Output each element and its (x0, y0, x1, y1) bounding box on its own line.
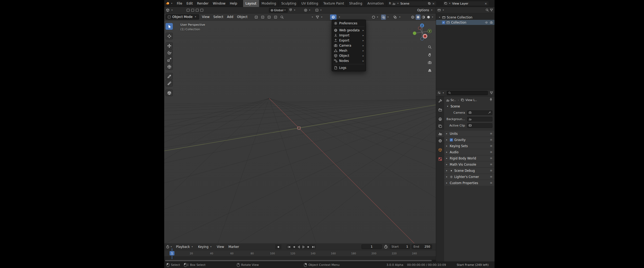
menu-file[interactable]: File (175, 0, 184, 7)
section-math-vis-console[interactable]: ▸Math Vis Console≡ (444, 162, 494, 167)
widget-1[interactable] (254, 14, 259, 20)
select-mode-new-icon[interactable] (186, 8, 190, 12)
properties-tab-object[interactable] (436, 146, 444, 154)
jump-to-start-button[interactable] (287, 244, 291, 249)
play-button[interactable] (301, 244, 306, 249)
menu-item-import[interactable]: Import▸ (332, 33, 366, 38)
tool-annotate[interactable] (166, 73, 173, 80)
section-units[interactable]: ▸Units≡ (444, 131, 494, 136)
mode-selector[interactable]: Object Mode ▾ (166, 14, 199, 20)
drag-grip-icon[interactable]: ≡ (490, 181, 492, 185)
properties-editor-icon[interactable] (437, 91, 441, 95)
menu-help[interactable]: Help (228, 0, 239, 7)
properties-tab-texture[interactable] (436, 155, 444, 163)
menu-item-mesh[interactable]: Mesh▸ (332, 48, 366, 53)
menu-item-web-geodata[interactable]: Web geodata▸ (332, 28, 366, 33)
drag-grip-icon[interactable]: ≡ (490, 138, 492, 142)
delete-view-layer-button[interactable]: × (484, 2, 488, 5)
outliner-row-collection[interactable]: ✓Collection (436, 20, 495, 25)
workspace-tab-sculpting[interactable]: Sculpting (279, 0, 299, 7)
delete-scene-button[interactable]: × (432, 2, 435, 5)
end-frame-field[interactable]: End 250 (412, 244, 432, 249)
section-gravity[interactable]: ▸✓Gravity≡ (444, 137, 494, 143)
snap-toggle[interactable]: ▾ (289, 8, 296, 13)
breadcrumb-item-0[interactable]: Sc.. (446, 98, 456, 102)
gis-dropdown[interactable]: ▾ (338, 16, 341, 18)
widget-4[interactable] (273, 14, 278, 20)
tool-scale[interactable] (166, 56, 173, 63)
properties-tab-render[interactable] (436, 106, 444, 114)
previous-keyframe-button[interactable] (291, 244, 296, 249)
breadcrumb-item-1[interactable]: View L.. (461, 98, 477, 102)
drag-grip-icon[interactable]: ≡ (490, 144, 492, 148)
3d-viewport[interactable]: Object Mode ▾ ViewSelectAddObject ▾▾▾▾▾▾… (164, 13, 436, 243)
playhead[interactable]: 1 (170, 251, 174, 255)
field-backgroun[interactable] (467, 117, 492, 121)
outliner-row-scene-collection[interactable]: ▾Scene Collection (436, 15, 495, 20)
workspace-tab-layout[interactable]: Layout (243, 0, 259, 7)
current-frame-field[interactable]: 1 (361, 244, 382, 249)
widget-3[interactable] (267, 14, 272, 20)
filter-dropdown[interactable]: ▾ (320, 16, 323, 18)
filter[interactable] (315, 14, 320, 20)
search-icon[interactable] (485, 8, 489, 12)
preview-range-icon[interactable] (384, 245, 388, 249)
timeline-scrollbar[interactable] (164, 260, 436, 262)
xray-dropdown[interactable]: ▾ (386, 16, 390, 18)
filter-icon[interactable] (490, 91, 493, 95)
proportional-falloff-toggle[interactable]: ▾ (315, 8, 323, 13)
overlays-dropdown[interactable]: ▾ (398, 16, 401, 18)
timeline-track[interactable] (164, 256, 436, 260)
drag-grip-icon[interactable]: ≡ (490, 132, 492, 135)
menu-item-nodes[interactable]: Nodes▸ (332, 58, 366, 63)
shading-material[interactable] (421, 14, 426, 20)
filter-icon[interactable] (490, 8, 493, 12)
workspace-tab-animation[interactable]: Animation (365, 0, 386, 7)
timeline-menu-marker[interactable]: Marker (226, 245, 241, 249)
start-frame-field[interactable]: Start 1 (390, 244, 410, 249)
tool-transform[interactable] (166, 63, 173, 70)
pan-button[interactable] (426, 51, 433, 58)
options-button[interactable]: Options ▾ (417, 8, 433, 13)
properties-search-input[interactable] (447, 91, 488, 95)
workspace-tab-modeling[interactable]: Modeling (259, 0, 279, 7)
transform-orientation-dropdown[interactable]: Global ▾ (269, 8, 288, 13)
viewport-menu-select[interactable]: Select (211, 15, 225, 19)
menu-edit[interactable]: Edit (184, 0, 195, 7)
timeline-menu-keying[interactable]: Keying▾ (196, 245, 215, 249)
menu-item-logs[interactable]: Logs (332, 65, 366, 70)
timeline-editor-icon[interactable] (166, 245, 170, 249)
shading-rendered[interactable] (426, 14, 431, 20)
outliner-editor-icon[interactable] (437, 8, 441, 12)
eye-toggle-icon[interactable] (485, 21, 488, 24)
section-keying-sets[interactable]: ▸Keying Sets≡ (444, 143, 494, 149)
select-mode-intersect-icon[interactable] (200, 8, 204, 12)
field-active-clip[interactable] (467, 123, 492, 128)
proportional-editing-toggle[interactable]: ▾ (304, 8, 311, 13)
drag-grip-icon[interactable]: ≡ (490, 169, 492, 172)
shading-preview[interactable] (371, 14, 376, 20)
tool-add-cube[interactable] (166, 90, 173, 96)
toggle-perspective-button[interactable] (426, 67, 433, 74)
pin-button[interactable] (489, 98, 493, 102)
next-keyframe-button[interactable] (306, 244, 311, 249)
collection-checkbox[interactable]: ✓ (442, 21, 445, 24)
shading-wireframe[interactable] (410, 14, 415, 20)
properties-tab-tool[interactable] (436, 97, 444, 105)
shading-preview-dropdown[interactable]: ▾ (376, 16, 379, 18)
camera-view-button[interactable] (426, 59, 433, 66)
eyedropper-icon[interactable] (488, 111, 491, 114)
header-dropdown[interactable]: ▾ (311, 16, 314, 18)
scene-panel-header[interactable]: ▾ Scene (444, 103, 495, 109)
select-mode-subtract-icon[interactable] (195, 8, 199, 12)
viewport-menu-add[interactable]: Add (225, 15, 235, 19)
menu-item-object[interactable]: Object▸ (332, 53, 366, 58)
drag-grip-icon[interactable]: ≡ (490, 150, 492, 154)
tool-move[interactable] (166, 42, 173, 49)
tool-rotate[interactable] (166, 49, 173, 56)
gravity-checkbox[interactable]: ✓ (450, 138, 453, 142)
workspace-tab-uv-editing[interactable]: UV Editing (299, 0, 321, 7)
properties-tab-view-layer[interactable] (436, 122, 444, 130)
menu-item-camera[interactable]: Camera▸ (332, 43, 366, 48)
navigation-gizmo[interactable]: ZYX (409, 21, 433, 43)
